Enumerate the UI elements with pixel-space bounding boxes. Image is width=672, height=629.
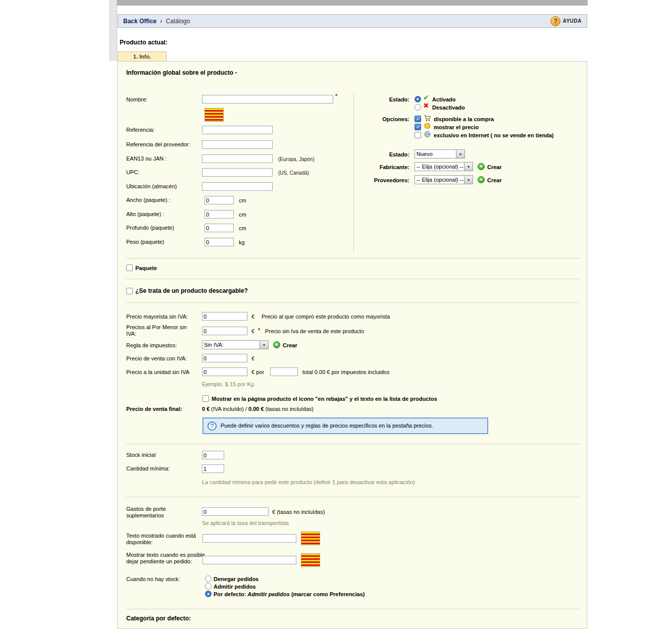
precio-menor-input[interactable] <box>202 327 247 335</box>
denegar-pedidos-radio[interactable] <box>205 575 212 582</box>
proveedores-select[interactable]: -- Elija (opcional) -- ▼ <box>415 175 473 184</box>
gastos-porte-hint: Se aplicará la tasa del transportista <box>202 520 289 526</box>
nombre-label: Nombre: <box>126 96 147 103</box>
admitir-pedidos-radio[interactable] <box>205 583 212 590</box>
gastos-porte-input[interactable] <box>202 507 269 516</box>
alto-input[interactable] <box>204 210 234 219</box>
fabricante-crear-link[interactable]: Crear <box>487 164 502 170</box>
referencia-proveedor-label: Referencia del proveedor: <box>126 141 190 148</box>
language-flag-icon[interactable] <box>301 553 320 567</box>
current-product-label: Producto actual: <box>120 39 168 46</box>
condicion-select[interactable]: Nuevo ▼ <box>415 149 465 159</box>
profundo-unit: cm <box>239 225 246 232</box>
precio-mayorista-label: Precio mayorista sin IVA: <box>126 313 188 320</box>
categoria-defecto-label: Categoría por defecto: <box>126 615 191 622</box>
proveedores-crear-link[interactable]: Crear <box>487 177 502 183</box>
upc-input[interactable] <box>202 168 273 177</box>
precios-info-text: Puede definir varios descuentos y reglas… <box>221 423 433 429</box>
rebajas-label: Mostrar en la página producto el icono "… <box>212 396 437 402</box>
ean-label: EAN13 ou JAN : <box>126 155 167 162</box>
ean-input[interactable] <box>202 154 273 163</box>
breadcrumb-catalogo-link[interactable]: Catálogo <box>166 18 190 25</box>
cart-icon <box>424 115 431 122</box>
dropdown-arrow-icon: ▼ <box>260 341 268 349</box>
profundo-label: Profundo (paquete) <box>126 225 174 231</box>
peso-input[interactable] <box>204 238 234 246</box>
precio-venta-iva-input[interactable] <box>202 354 247 362</box>
precio-menor-required-mark: * <box>258 327 260 333</box>
divider <box>126 302 579 303</box>
activado-check-icon: ✔ <box>423 93 429 101</box>
precio-menor-hint: Precio sin Iva de venta de este producto <box>265 328 364 335</box>
language-flag-icon[interactable] <box>204 108 224 122</box>
referencia-proveedor-input[interactable] <box>202 140 273 149</box>
question-icon: ? <box>208 422 217 431</box>
dropdown-arrow-icon: ▼ <box>464 163 473 171</box>
help-label: AYUDA <box>563 18 582 24</box>
precio-unidad-por-input[interactable] <box>270 368 298 376</box>
denegar-pedidos-label: Denegar pedidos <box>214 576 259 583</box>
admitir-pedidos-label: Admitir pedidos <box>214 584 256 590</box>
cantidad-minima-hint: La cantidad mínima para pedir este produ… <box>202 479 415 485</box>
referencia-label: Referencia: <box>126 127 154 133</box>
mostrar-precio-checkbox[interactable] <box>415 124 421 130</box>
breadcrumb-separator-icon: › <box>160 17 162 25</box>
por-defecto-label: Por defecto:Admitir pedidos(marcar como … <box>214 591 496 598</box>
fabricante-select[interactable]: -- Elija (opcional) -- ▼ <box>415 162 473 171</box>
texto-disponible-label: Texto mostrado cuando está disponible: <box>126 533 204 546</box>
precio-unidad-total: total 0.00 € por impuestos incluidos <box>302 369 389 376</box>
nombre-input[interactable] <box>202 95 333 103</box>
estado-desactivado-radio[interactable] <box>415 104 421 111</box>
disponible-compra-checkbox[interactable] <box>415 116 421 122</box>
ubicacion-input[interactable] <box>202 182 273 191</box>
peso-label: Peso (paquete) <box>126 239 164 245</box>
regla-impuestos-select[interactable]: Sin IVA: ▼ <box>202 340 269 349</box>
impuestos-add-icon[interactable]: + <box>273 341 280 348</box>
upc-label: UPC: <box>126 169 139 176</box>
ubicacion-label: Ubicación (almacén) <box>126 183 177 190</box>
globe-icon <box>424 131 431 138</box>
gastos-porte-unit: € (tasas no incluídas) <box>272 509 325 515</box>
por-defecto-valor: Admitir pedidos <box>247 591 290 597</box>
precio-menor-unit: € <box>251 328 254 335</box>
divider <box>126 444 579 444</box>
cantidad-minima-input[interactable] <box>202 464 224 473</box>
fabricante-add-icon[interactable]: + <box>478 163 485 170</box>
precio-mayorista-unit: € <box>251 313 254 320</box>
proveedores-add-icon[interactable]: + <box>478 176 485 183</box>
stock-inicial-input[interactable] <box>202 451 224 459</box>
precio-unidad-input[interactable] <box>202 368 247 376</box>
help-button[interactable]: ? AYUDA <box>550 16 582 26</box>
profundo-input[interactable] <box>204 224 234 232</box>
referencia-input[interactable] <box>202 126 273 134</box>
paquete-label: Paquete <box>135 265 157 272</box>
precio-venta-iva-label: Precio de venta con IVA: <box>126 355 187 362</box>
proveedores-label: Proveedores: <box>350 177 409 184</box>
ancho-input[interactable] <box>204 196 234 204</box>
regla-impuestos-label: Regla de impuestos: <box>126 342 177 349</box>
ancho-unit: cm <box>239 197 246 204</box>
opciones-label: Opciones: <box>360 116 409 123</box>
precio-final-iva-nota: (IVA incluído) / <box>211 406 247 412</box>
help-icon: ? <box>550 16 560 26</box>
estado-desactivado-label: Desactivado <box>432 104 465 111</box>
disponible-compra-label: disponible a la compra <box>434 116 494 123</box>
por-defecto-radio[interactable] <box>205 591 212 597</box>
estado-activado-radio[interactable] <box>415 96 421 102</box>
texto-pendiente-input[interactable] <box>202 556 296 564</box>
dropdown-arrow-icon: ▼ <box>456 150 464 158</box>
help-icon-glyph: ? <box>553 17 557 25</box>
tab-info[interactable]: 1. Info. <box>118 51 167 61</box>
descargable-checkbox[interactable] <box>126 288 133 294</box>
dropdown-arrow-icon: ▼ <box>464 176 473 184</box>
language-flag-icon[interactable] <box>301 532 320 545</box>
precio-unidad-label: Precio a la unidad sin IVA <box>126 369 189 376</box>
breadcrumb-back-office-link[interactable]: Back Office <box>123 18 157 25</box>
texto-disponible-input[interactable] <box>202 534 296 543</box>
paquete-checkbox[interactable] <box>126 265 133 271</box>
precio-mayorista-input[interactable] <box>202 312 247 321</box>
exclusivo-internet-checkbox[interactable] <box>415 132 421 138</box>
impuestos-crear-link[interactable]: Crear <box>283 342 297 348</box>
rebajas-checkbox[interactable] <box>202 395 209 402</box>
por-defecto-sufijo: (marcar como Preferencias) <box>291 591 365 597</box>
